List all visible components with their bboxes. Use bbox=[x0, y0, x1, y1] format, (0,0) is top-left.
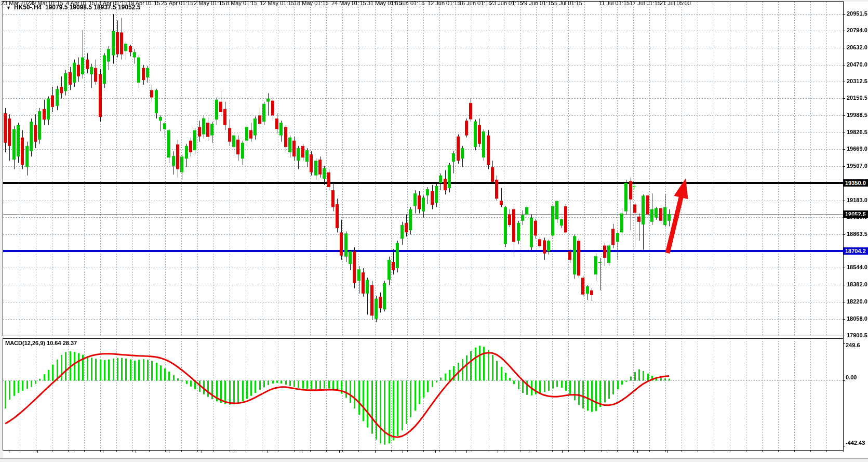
price-badge-resistance: 19350.0 bbox=[844, 179, 868, 187]
price-tick-label: 18058.0 bbox=[847, 315, 867, 322]
mt4-chart-window: ▼HK50-,H4 19079.5 19098.5 18937.5 19052.… bbox=[0, 0, 868, 462]
price-tick-label: 17900.5 bbox=[847, 332, 867, 338]
time-tick-label: 25 Apr 01:15 bbox=[161, 0, 193, 6]
time-tick-label: 5 Jul 01:15 bbox=[554, 0, 582, 6]
price-tick-label: 19669.0 bbox=[847, 146, 867, 152]
price-tick-label: 20794.0 bbox=[847, 27, 867, 33]
time-tick-label: 4 Apr 01:15 bbox=[66, 0, 95, 6]
price-tick-label: 19183.0 bbox=[847, 197, 867, 203]
price-tick-label: 19507.0 bbox=[847, 163, 867, 169]
time-tick-label: 19 Apr 01:15 bbox=[128, 0, 160, 6]
time-tick-label: 13 Apr 01:15 bbox=[95, 0, 127, 6]
macd-indicator-label: MACD(12,26,9) 10.64 28.37 bbox=[5, 340, 77, 346]
time-tick-label: 21 Jul 05:00 bbox=[660, 0, 691, 6]
time-tick-label: 23 Mar 2023 bbox=[1, 0, 33, 6]
macd-tick-label: 249.6 bbox=[846, 342, 860, 348]
time-tick-label: 17 Jul 01:15 bbox=[630, 0, 661, 6]
time-tick-label: 11 Jul 01:15 bbox=[599, 0, 630, 6]
time-tick-label: 16 Jun 01:15 bbox=[459, 0, 492, 6]
price-tick-label: 18863.5 bbox=[847, 231, 867, 237]
time-tick-label: 18 May 01:15 bbox=[294, 0, 329, 6]
price-tick-label: 18382.0 bbox=[847, 281, 867, 287]
price-tick-label: 18220.0 bbox=[847, 298, 867, 305]
price-tick-label: 20632.0 bbox=[847, 44, 867, 50]
time-tick-label: 29 Jun 01:15 bbox=[521, 0, 554, 6]
price-badge-support: 18704.2 bbox=[844, 247, 868, 255]
price-tick-label: 19988.5 bbox=[847, 112, 867, 118]
time-tick-label: 6 Jun 01:15 bbox=[395, 0, 425, 6]
time-tick-label: 2 May 01:15 bbox=[194, 0, 225, 6]
time-tick-label: 12 May 01:15 bbox=[260, 0, 295, 6]
macd-tick-label: 0.00 bbox=[846, 374, 857, 380]
time-tick-label: 23 Jun 01:15 bbox=[490, 0, 523, 6]
time-tick-label: 24 May 01:15 bbox=[331, 0, 366, 6]
price-tick-label: 20312.5 bbox=[847, 78, 867, 84]
time-tick-label: 12 Jun 01:15 bbox=[428, 0, 461, 6]
time-tick-label: 8 May 01:15 bbox=[226, 0, 258, 6]
price-tick-label: 20951.5 bbox=[847, 10, 867, 17]
chart-canvas[interactable] bbox=[0, 0, 868, 462]
time-tick-label: 29 Mar 01:15 bbox=[30, 0, 63, 6]
price-tick-label: 18544.0 bbox=[847, 264, 867, 270]
price-tick-label: 20150.5 bbox=[847, 95, 867, 101]
price-tick-label: 20470.0 bbox=[847, 61, 867, 68]
macd-tick-label: -442.43 bbox=[846, 440, 865, 446]
price-tick-label: 19025.5 bbox=[847, 214, 867, 220]
price-tick-label: 19826.5 bbox=[847, 129, 867, 135]
